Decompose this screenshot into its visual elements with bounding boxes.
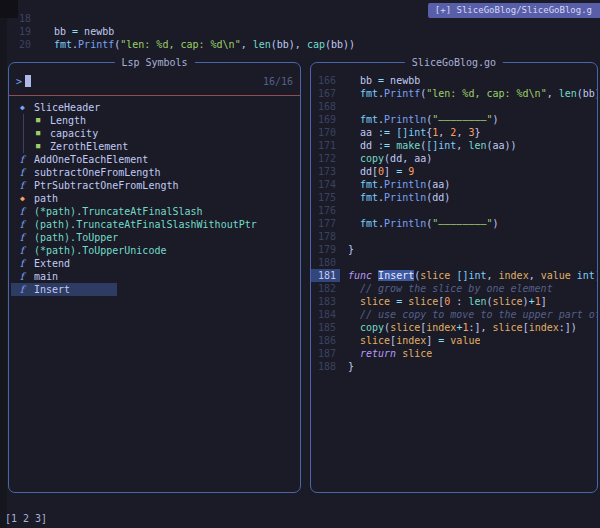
code-token: = — [378, 75, 390, 86]
code-line[interactable]: 19bb = newbb — [7, 25, 600, 38]
code-line[interactable]: 171dd := make([]int, len(aa)) — [311, 139, 597, 152]
code-token: slice — [360, 335, 390, 346]
code-token: : — [450, 296, 468, 307]
symbol-row[interactable]: f(*path).TruncateAtFinalSlash — [9, 205, 300, 218]
code-text: slice = slice[0 : len(slice)+1] — [348, 295, 547, 308]
code-token: } — [348, 244, 354, 255]
line-number: 179 — [311, 243, 340, 256]
code-token: fmt — [360, 192, 378, 203]
code-token: aa — [360, 127, 378, 138]
code-line[interactable]: 182// grow the slice by one element — [311, 282, 597, 295]
line-number: 175 — [311, 191, 340, 204]
code-token: = — [396, 296, 408, 307]
line-number: 169 — [311, 113, 340, 126]
code-line[interactable]: 20fmt.Printf("len: %d, cap: %d\n", len(b… — [7, 38, 600, 51]
code-line[interactable]: 178 — [311, 230, 597, 243]
code-token: fmt — [360, 114, 378, 125]
method-icon: f — [20, 218, 34, 231]
code-line[interactable]: 184// use copy to move to the upper part… — [311, 308, 597, 321]
code-token: slice — [390, 322, 420, 333]
code-token: ] — [384, 166, 396, 177]
symbol-row[interactable]: ■Length — [9, 114, 300, 127]
code-token: func — [348, 270, 378, 281]
symbol-label: PtrSubtractOneFromLength — [34, 179, 179, 192]
code-line[interactable]: 183slice = slice[0 : len(slice)+1] — [311, 295, 597, 308]
symbol-row[interactable]: f(path).ToUpper — [9, 231, 300, 244]
code-line[interactable]: 187return slice — [311, 347, 597, 360]
code-line[interactable]: 174fmt.Println(aa) — [311, 178, 597, 191]
code-line[interactable]: 177fmt.Println("――――――――") — [311, 217, 597, 230]
code-line[interactable]: 166bb = newbb — [311, 74, 597, 87]
code-line[interactable]: 176 — [311, 204, 597, 217]
code-token: Println — [384, 114, 426, 125]
symbol-row[interactable]: f(*path).ToUpperUnicode — [9, 244, 300, 257]
code-line[interactable]: 181func Insert(slice []int, index, value… — [311, 269, 597, 282]
code-token: Println — [384, 192, 426, 203]
code-token: ) — [493, 114, 499, 125]
code-line[interactable]: 170aa := []int{1, 2, 3} — [311, 126, 597, 139]
code-text: slice[index] = value — [348, 334, 480, 347]
code-token: copy — [360, 322, 384, 333]
code-token: dd[ — [360, 166, 378, 177]
code-token: copy — [360, 153, 384, 164]
code-token: newbb — [390, 75, 420, 86]
code-text: fmt.Println("――――――――") — [348, 113, 499, 126]
code-line[interactable]: 180 — [311, 256, 597, 269]
code-token: []int — [426, 140, 456, 151]
code-line[interactable]: 186slice[index] = value — [311, 334, 597, 347]
preview-code-lines: 166bb = newbb167fmt.Printf("len: %d, cap… — [311, 63, 597, 373]
code-token: bb — [54, 26, 72, 37]
symbol-row[interactable]: fInsert — [9, 283, 300, 296]
code-line[interactable]: 175fmt.Println(dd) — [311, 191, 597, 204]
symbol-row[interactable]: ◆path — [9, 192, 300, 205]
symbol-row[interactable]: ■capacity — [9, 127, 300, 140]
code-line[interactable]: 188} — [311, 360, 597, 373]
symbol-label: (*path).ToUpperUnicode — [34, 244, 166, 257]
field-icon: ■ — [36, 140, 50, 153]
code-token: // use copy to move to the upper part of… — [360, 309, 597, 320]
code-token: slice — [402, 348, 432, 359]
code-line[interactable]: 185copy(slice[index+1:], slice[index:]) — [311, 321, 597, 334]
code-line[interactable]: 168 — [311, 100, 597, 113]
code-token: slice — [360, 296, 396, 307]
symbol-search-input[interactable]: > 16/16 — [16, 73, 293, 89]
code-line[interactable]: 173dd[0] = 9 — [311, 165, 597, 178]
symbol-row[interactable]: fExtend — [9, 257, 300, 270]
symbol-row[interactable]: ■ZerothElement — [9, 140, 300, 153]
code-token: index — [396, 335, 426, 346]
code-line[interactable]: 167fmt.Printf("len: %d, cap: %d\n", len(… — [311, 87, 597, 100]
tree-guide — [23, 114, 24, 127]
line-number: 186 — [311, 334, 340, 347]
field-icon: ■ — [36, 114, 50, 127]
code-line[interactable]: 179} — [311, 243, 597, 256]
line-number: 166 — [311, 74, 340, 87]
code-line[interactable]: 172copy(dd, aa) — [311, 152, 597, 165]
code-token: , — [438, 127, 450, 138]
code-text: fmt.Printf("len: %d, cap: %d\n", len(bb)… — [42, 38, 355, 51]
line-number: 182 — [311, 282, 340, 295]
line-number: 167 — [311, 87, 340, 100]
symbol-row[interactable]: f(path).TruncateAtFinalSlashWithoutPtr — [9, 218, 300, 231]
prompt-divider — [9, 95, 300, 96]
code-text — [348, 204, 360, 217]
symbol-row[interactable]: ◆SliceHeader — [9, 101, 300, 114]
code-text: fmt.Println("――――――――") — [348, 217, 499, 230]
code-token: = — [438, 335, 450, 346]
line-number: 185 — [311, 321, 340, 334]
symbol-label: Extend — [34, 257, 70, 270]
symbol-row[interactable]: fsubtractOneFromLength — [9, 166, 300, 179]
field-icon: ■ — [36, 127, 50, 140]
code-text: bb = newbb — [42, 25, 114, 38]
method-icon: f — [20, 244, 34, 257]
symbol-label: Insert — [34, 283, 70, 296]
symbol-row[interactable]: fmain — [9, 270, 300, 283]
neovim-terminal-screen: 1819bb = newbb20fmt.Printf("len: %d, cap… — [0, 0, 600, 528]
symbol-row[interactable]: fAddOneToEachElement — [9, 153, 300, 166]
symbol-row[interactable]: fPtrSubtractOneFromLength — [9, 179, 300, 192]
code-token: index — [499, 270, 529, 281]
code-line[interactable]: 169fmt.Println("――――――――") — [311, 113, 597, 126]
code-token: return — [360, 348, 402, 359]
buffer-tab[interactable]: [+] SliceGoBlog/SliceGoBlog.g — [428, 3, 600, 18]
code-token: "――――――――" — [432, 114, 492, 125]
match-count: 16/16 — [263, 75, 293, 88]
